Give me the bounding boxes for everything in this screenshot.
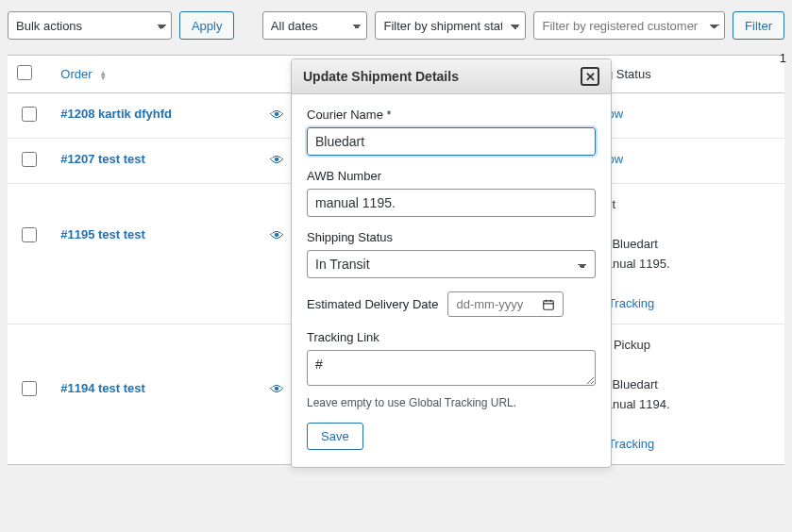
page-count: 1 (780, 51, 786, 65)
order-link[interactable]: #1195 test test (60, 227, 145, 241)
close-icon[interactable]: ✕ (581, 67, 599, 86)
tracking-link-textarea[interactable] (307, 350, 596, 386)
date-filter-select[interactable]: All dates (262, 11, 368, 40)
awb-number-label: AWB Number (307, 169, 596, 183)
order-link[interactable]: #1208 kartik dfyhfd (60, 107, 172, 121)
row-checkbox[interactable] (22, 381, 37, 396)
tracking-link-hint: Leave empty to use Global Tracking URL. (307, 396, 596, 409)
courier-name-input[interactable] (307, 127, 596, 156)
calendar-icon (542, 298, 555, 311)
sort-icon: ▲▼ (99, 71, 107, 80)
row-checkbox[interactable] (22, 107, 37, 122)
apply-button[interactable]: Apply (179, 11, 235, 40)
svg-rect-0 (544, 300, 554, 308)
bulk-actions-select[interactable]: Bulk actions (8, 11, 172, 40)
customer-filter-select[interactable]: Filter by registered customer (533, 11, 725, 40)
filter-button[interactable]: Filter (733, 11, 784, 40)
etd-date-input[interactable]: dd-mm-yyyy (447, 291, 564, 317)
shipping-status-select[interactable]: In Transit (307, 250, 596, 278)
tracking-link-label: Tracking Link (307, 330, 596, 344)
order-column-header[interactable]: Order ▲▼ (60, 67, 107, 81)
row-checkbox[interactable] (22, 152, 37, 167)
update-shipment-modal: Update Shipment Details ✕ Courier Name *… (291, 58, 612, 468)
courier-name-label: Courier Name * (307, 108, 596, 122)
order-link[interactable]: #1194 test test (60, 381, 145, 395)
etd-label: Estimated Delivery Date (307, 297, 438, 311)
awb-number-input[interactable] (307, 189, 596, 217)
row-checkbox[interactable] (22, 227, 37, 242)
shipment-status-filter-select[interactable]: Filter by shipment status (375, 11, 526, 40)
modal-title: Update Shipment Details (303, 69, 459, 84)
select-all-checkbox[interactable] (17, 65, 32, 80)
save-button[interactable]: Save (307, 423, 363, 450)
order-link[interactable]: #1207 test test (60, 152, 145, 166)
shipping-status-label: Shipping Status (307, 230, 596, 244)
